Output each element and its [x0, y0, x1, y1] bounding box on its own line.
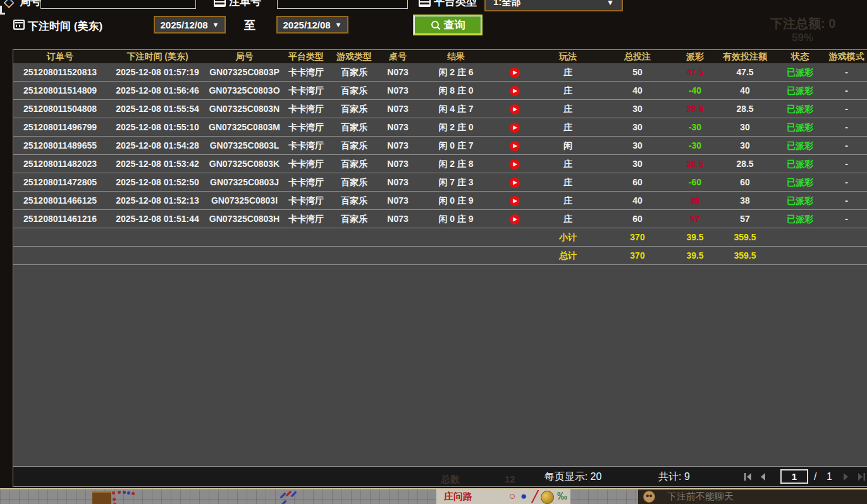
totals-empty-cell: [775, 228, 825, 246]
valid-bet: 60: [715, 173, 775, 191]
page-number-input[interactable]: [780, 469, 808, 484]
subtotal-row: 小计37039.5359.5: [13, 228, 867, 247]
totals-empty-cell: [825, 247, 867, 264]
order-input[interactable]: [277, 0, 408, 9]
bet-option: 庄: [536, 173, 600, 191]
page-size-label: 每页显示: 20: [526, 467, 620, 486]
game-type: 百家乐: [331, 192, 377, 209]
payout: 47.5: [675, 63, 715, 81]
status: 已派彩: [775, 137, 825, 154]
play-icon-cell: ▶: [493, 173, 536, 191]
platform-label: 平台类型: [434, 0, 477, 9]
round-input[interactable]: [40, 0, 196, 9]
query-button[interactable]: 查询: [413, 15, 483, 35]
diamond-icon: ◇: [4, 0, 14, 9]
bet-time: 2025-12-08 01:56:46: [107, 82, 208, 99]
column-header-payout: 派彩: [675, 50, 715, 63]
table-id: N073: [377, 192, 419, 209]
date-to-select[interactable]: 2025/12/08 ▼: [276, 16, 348, 34]
play-result-icon[interactable]: ▶: [510, 159, 520, 169]
game-type: 百家乐: [331, 210, 377, 228]
platform-type: 卡卡湾厅: [281, 118, 331, 136]
platform-type: 卡卡湾厅: [281, 100, 331, 118]
order-list-icon: [214, 0, 226, 7]
grand-total-row: 总计37039.5359.5: [13, 247, 867, 265]
round-id: GN07325C0803P: [208, 63, 281, 81]
game-mode: -: [825, 63, 867, 81]
round-id: GN07325C0803I: [208, 192, 281, 209]
order-id: 251208011504808: [13, 100, 107, 118]
table-body: 2512080115208132025-12-08 01:57:19GN0732…: [13, 63, 867, 265]
valid-bet: 28.5: [715, 155, 775, 173]
game-mode: -: [825, 137, 867, 154]
play-result-icon[interactable]: ▶: [510, 214, 520, 224]
column-header-platform-type: 平台类型: [281, 50, 331, 63]
play-result-icon[interactable]: ▶: [510, 123, 520, 133]
result: 闲 2 庄 8: [419, 155, 493, 173]
play-result-icon[interactable]: ▶: [510, 104, 520, 114]
roadmap-blue-slash: [281, 500, 287, 504]
table-row: 2512080115048082025-12-08 01:55:54GN0732…: [13, 100, 867, 118]
game-mode: -: [825, 210, 867, 228]
payout: 38: [675, 192, 715, 209]
date-from-select[interactable]: 2025/12/08 ▼: [154, 16, 226, 34]
play-result-icon[interactable]: ▶: [510, 178, 520, 188]
bet-time: 2025-12-08 01:54:28: [107, 137, 208, 154]
status: 已派彩: [775, 173, 825, 191]
play-result-icon[interactable]: ▶: [510, 68, 520, 78]
play-result-icon[interactable]: ▶: [510, 141, 520, 151]
prev-page-button[interactable]: [758, 472, 767, 481]
totals-label: 小计: [536, 228, 600, 246]
to-label: 至: [244, 18, 255, 33]
order-id: 251208011514809: [13, 82, 107, 99]
game-mode: -: [825, 82, 867, 99]
play-icon-cell: ▶: [493, 82, 536, 99]
bet-time: 2025-12-08 01:51:44: [107, 210, 208, 228]
next-page-button[interactable]: [842, 472, 851, 481]
chevron-down-icon: ▼: [335, 21, 342, 28]
result: 闲 0 庄 7: [419, 137, 493, 154]
valid-bet: 28.5: [715, 100, 775, 118]
status: 已派彩: [775, 63, 825, 81]
table-row: 2512080114967992025-12-08 01:55:10GN0732…: [13, 118, 867, 137]
round-id: GN07325C0803M: [208, 118, 281, 136]
totals-empty-cell: [107, 228, 208, 246]
platform-type: 卡卡湾厅: [281, 137, 331, 154]
table-header-row: 订单号下注时间 (美东)局号平台类型游戏类型桌号结果玩法总投注派彩有效投注额状态…: [13, 50, 867, 63]
table-footer: 每页显示: 20 共计: 9 / 1: [13, 466, 867, 486]
round-id: GN07325C0803K: [208, 155, 281, 173]
totals-valid-bet: 359.5: [715, 228, 775, 246]
totals-empty-cell: [775, 247, 825, 264]
play-result-icon[interactable]: ▶: [510, 86, 520, 96]
ghost-road-total-value: 12: [505, 474, 515, 484]
total-count-label: 共计: 9: [643, 467, 706, 486]
play-icon-cell: ▶: [493, 192, 536, 209]
platform-select[interactable]: 1:全部 ▼: [484, 0, 623, 11]
total-bet: 60: [600, 173, 675, 191]
round-id: GN07325C0803J: [208, 173, 281, 191]
order-id: 251208011466125: [13, 192, 107, 209]
roadmap-red-dot: [132, 492, 135, 495]
order-id: 251208011461216: [13, 210, 107, 228]
bet-option: 庄: [536, 63, 600, 81]
totals-payout: 39.5: [675, 247, 715, 264]
platform-type: 卡卡湾厅: [281, 63, 331, 81]
totals-empty-cell: [107, 247, 208, 264]
result: 闲 2 庄 6: [419, 63, 493, 81]
order-id: 251208011489655: [13, 137, 107, 154]
payout: -60: [675, 173, 715, 191]
totals-empty-cell: [331, 228, 377, 246]
ghost-bet-total-text: 下注总额: 0: [770, 15, 835, 32]
round-id: GN07325C0803H: [208, 210, 281, 228]
play-result-icon[interactable]: ▶: [510, 196, 520, 206]
first-page-button[interactable]: [744, 472, 753, 481]
game-type: 百家乐: [331, 100, 377, 118]
bet-option: 庄: [536, 210, 600, 228]
date-to-value: 2025/12/08: [283, 20, 331, 30]
last-page-button[interactable]: [857, 472, 866, 481]
result: 闲 0 庄 9: [419, 210, 493, 228]
betting-records-screen: 下注总额: 0 59% ◇ 局号 注单号 平台类型 1:全部 ▼ 下注时间 (美…: [0, 0, 867, 504]
game-mode: -: [825, 173, 867, 191]
table-row: 2512080114820232025-12-08 01:53:42GN0732…: [13, 155, 867, 173]
totals-empty-cell: [377, 247, 419, 264]
